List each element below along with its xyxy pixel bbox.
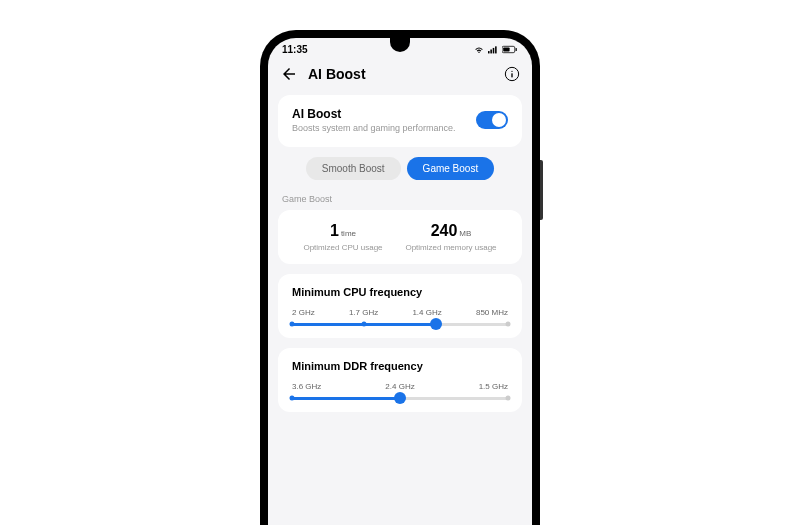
wifi-icon [473, 45, 485, 54]
mode-segment: Smooth Boost Game Boost [278, 157, 522, 180]
ai-boost-card: AI Boost Boosts system and gaming perfor… [278, 95, 522, 147]
ddr-freq-slider[interactable] [292, 397, 508, 400]
ai-boost-description: Boosts system and gaming performance. [292, 123, 476, 135]
status-icons [473, 45, 518, 54]
ddr-freq-thumb[interactable] [394, 392, 406, 404]
content-area: AI Boost Boosts system and gaming perfor… [268, 95, 532, 412]
cpu-freq-label-3: 850 MHz [476, 308, 508, 317]
ddr-freq-fill [292, 397, 400, 400]
signal-icon [488, 45, 499, 54]
cpu-freq-title: Minimum CPU frequency [292, 286, 508, 298]
memory-stat: 240 MB Optimized memory usage [405, 222, 496, 252]
svg-rect-3 [495, 46, 497, 53]
section-label: Game Boost [278, 192, 522, 210]
cpu-freq-slider[interactable] [292, 323, 508, 326]
svg-rect-1 [490, 50, 492, 54]
cpu-freq-tick-0 [290, 322, 295, 327]
cpu-freq-label-0: 2 GHz [292, 308, 315, 317]
cpu-freq-tick-3 [506, 322, 511, 327]
cpu-freq-labels: 2 GHz 1.7 GHz 1.4 GHz 850 MHz [292, 308, 508, 317]
memory-stat-value: 240 [431, 222, 458, 240]
svg-rect-9 [511, 73, 512, 77]
status-time: 11:35 [282, 44, 308, 55]
ddr-freq-label-0: 3.6 GHz [292, 382, 321, 391]
cpu-freq-tick-1 [361, 322, 366, 327]
memory-stat-unit: MB [459, 229, 471, 238]
svg-point-8 [511, 71, 512, 72]
stats-card: 1 time Optimized CPU usage 240 MB Optimi… [278, 210, 522, 264]
ai-boost-toggle[interactable] [476, 111, 508, 129]
svg-rect-6 [503, 48, 509, 52]
ddr-freq-labels: 3.6 GHz 2.4 GHz 1.5 GHz [292, 382, 508, 391]
page-header: AI Boost [268, 57, 532, 95]
cpu-stat-unit: time [341, 229, 356, 238]
battery-icon [502, 45, 518, 54]
page-title: AI Boost [308, 66, 494, 82]
arrow-left-icon [280, 65, 298, 83]
memory-stat-label: Optimized memory usage [405, 243, 496, 252]
cpu-stat-value: 1 [330, 222, 339, 240]
ddr-freq-tick-2 [506, 396, 511, 401]
info-icon [504, 66, 520, 82]
info-button[interactable] [504, 66, 520, 82]
cpu-freq-card: Minimum CPU frequency 2 GHz 1.7 GHz 1.4 … [278, 274, 522, 338]
cpu-freq-label-1: 1.7 GHz [349, 308, 378, 317]
screen: 11:35 AI Boost AI Boost Boosts sy [268, 38, 532, 525]
ddr-freq-label-2: 1.5 GHz [479, 382, 508, 391]
ddr-freq-title: Minimum DDR frequency [292, 360, 508, 372]
cpu-freq-label-2: 1.4 GHz [412, 308, 441, 317]
game-boost-button[interactable]: Game Boost [407, 157, 495, 180]
cpu-freq-thumb[interactable] [430, 318, 442, 330]
ddr-freq-tick-0 [290, 396, 295, 401]
smooth-boost-button[interactable]: Smooth Boost [306, 157, 401, 180]
cpu-stat: 1 time Optimized CPU usage [303, 222, 382, 252]
svg-rect-0 [488, 51, 490, 53]
phone-frame: 11:35 AI Boost AI Boost Boosts sy [260, 30, 540, 525]
svg-rect-2 [493, 48, 495, 54]
ddr-freq-label-1: 2.4 GHz [385, 382, 414, 391]
ai-boost-title: AI Boost [292, 107, 476, 121]
cpu-stat-label: Optimized CPU usage [303, 243, 382, 252]
ddr-freq-card: Minimum DDR frequency 3.6 GHz 2.4 GHz 1.… [278, 348, 522, 412]
svg-rect-5 [516, 48, 517, 51]
back-button[interactable] [280, 65, 298, 83]
